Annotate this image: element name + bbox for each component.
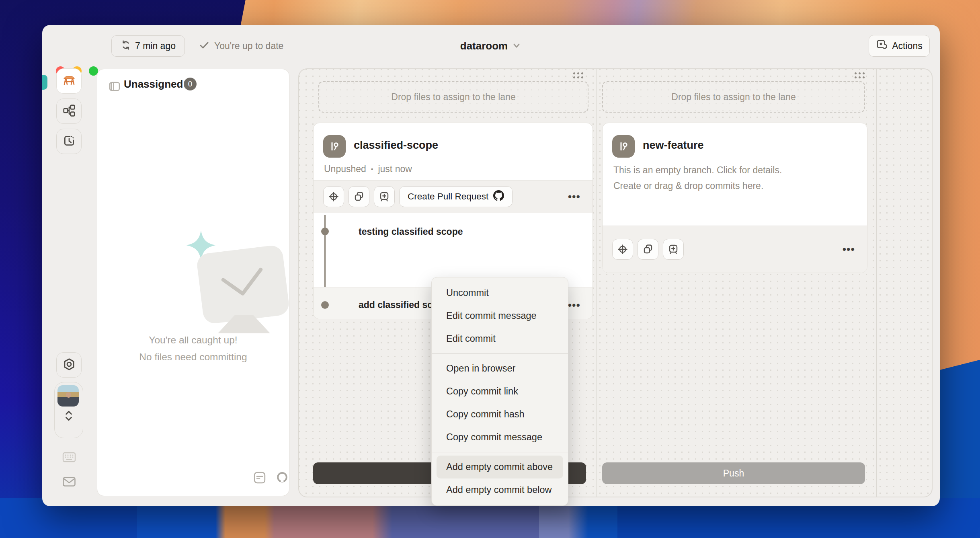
unassigned-count-badge: 0	[184, 78, 197, 90]
drop-hint-label: Drop files to assign to the lane	[391, 92, 515, 103]
empty-state-title: You're all caught up!	[97, 335, 289, 346]
menu-item-uncommit[interactable]: Uncommit	[432, 281, 568, 304]
keyboard-shortcuts-icon[interactable]	[62, 452, 76, 464]
copy-button[interactable]	[638, 239, 658, 260]
menu-item-copy-commit-link[interactable]: Copy commit link	[432, 380, 568, 403]
lane-separator	[596, 69, 597, 497]
unassigned-title: Unassigned	[124, 78, 183, 90]
settings-button[interactable]	[56, 352, 82, 378]
empty-branch-description: This is an empty branch. Click for detai…	[613, 162, 782, 194]
branch-toolbar: Create Pull Request •••	[314, 180, 593, 213]
unassigned-panel: Unassigned 0 You're all caught up! No fi…	[97, 69, 289, 496]
menu-divider	[432, 353, 568, 354]
empty-branch-line2: Create or drag & drop commits here.	[613, 178, 782, 194]
lanes-container: Drop files to assign to the lane classif…	[298, 68, 933, 497]
lane-drag-handle[interactable]	[573, 72, 584, 80]
commit-dot	[321, 301, 329, 309]
branch-name: new-feature	[643, 139, 704, 152]
desktop: 7 min ago You're up to date dataroom Act…	[0, 0, 980, 538]
lane-drag-handle[interactable]	[855, 72, 866, 80]
branch-name: classified-scope	[354, 139, 438, 152]
push-label: Push	[723, 468, 744, 479]
sync-icon	[121, 40, 131, 53]
commit-row[interactable]: testing classified scope	[314, 213, 593, 250]
update-notch	[42, 75, 47, 90]
mail-icon[interactable]	[62, 476, 76, 489]
branch-state: Unpushed	[324, 164, 366, 175]
fetch-time-label: 7 min ago	[135, 41, 176, 51]
actions-button[interactable]: Actions	[869, 35, 930, 57]
branch-badge-icon	[323, 135, 346, 158]
branch-toolbar: •••	[603, 226, 867, 273]
menu-item-copy-commit-hash[interactable]: Copy commit hash	[432, 403, 568, 426]
open-source-icon[interactable]	[276, 471, 289, 486]
branches-icon	[62, 104, 76, 119]
sidebar-item-branches[interactable]	[56, 99, 82, 124]
commit-dot	[321, 228, 329, 235]
new-commit-button[interactable]	[663, 239, 684, 260]
branch-menu-button[interactable]: •••	[568, 193, 580, 201]
target-commit-button[interactable]	[323, 186, 344, 207]
avatar	[57, 385, 79, 407]
github-icon	[493, 190, 504, 203]
actions-sparkle-icon	[876, 39, 887, 53]
menu-item-add-empty-commit-below[interactable]: Add empty commit below	[432, 478, 568, 501]
branch-time: just now	[378, 164, 412, 175]
menu-item-edit-commit[interactable]: Edit commit	[432, 327, 568, 350]
empty-branch-line1: This is an empty branch. Click for detai…	[613, 162, 782, 178]
project-switcher[interactable]: dataroom	[422, 35, 559, 57]
up-to-date-status: You're up to date	[199, 35, 283, 57]
branch-status-line: Unpushed • just now	[324, 164, 412, 175]
branch-card-new-feature[interactable]: new-feature This is an empty branch. Cli…	[602, 123, 867, 273]
menu-item-copy-commit-message[interactable]: Copy commit message	[432, 426, 568, 449]
commit-message: testing classified scope	[359, 226, 463, 237]
changelog-icon[interactable]	[253, 471, 266, 486]
empty-state-subtitle: No files need committing	[97, 351, 289, 363]
drop-files-zone[interactable]: Drop files to assign to the lane	[318, 81, 588, 113]
commit-menu-button[interactable]: •••	[568, 301, 580, 309]
target-commit-button[interactable]	[612, 239, 633, 260]
create-pr-label: Create Pull Request	[408, 191, 488, 202]
history-icon	[62, 134, 76, 149]
dot-separator: •	[371, 166, 373, 173]
drop-files-zone[interactable]: Drop files to assign to the lane	[602, 81, 865, 113]
chevron-down-icon	[512, 41, 521, 52]
profile-switcher[interactable]	[54, 382, 83, 438]
workbench-icon	[62, 73, 76, 89]
branch-badge-icon	[612, 135, 635, 158]
panel-split-icon	[109, 80, 121, 94]
actions-label: Actions	[892, 41, 922, 51]
commit-context-menu: Uncommit Edit commit message Edit commit…	[431, 277, 568, 506]
branch-menu-button[interactable]: •••	[843, 245, 855, 253]
project-title: dataroom	[460, 40, 508, 52]
monitor-illustration	[196, 244, 290, 325]
up-to-date-label: You're up to date	[214, 41, 283, 51]
push-button[interactable]: Push	[602, 462, 865, 484]
menu-item-edit-commit-message[interactable]: Edit commit message	[432, 304, 568, 327]
create-pull-request-button[interactable]: Create Pull Request	[399, 186, 513, 207]
fetch-status-button[interactable]: 7 min ago	[111, 35, 185, 57]
gear-icon	[62, 357, 76, 372]
copy-button[interactable]	[349, 186, 369, 207]
sidebar-item-workspace[interactable]	[56, 68, 82, 94]
menu-item-open-in-browser[interactable]: Open in browser	[432, 357, 568, 380]
menu-item-add-empty-commit-above[interactable]: Add empty commit above	[437, 456, 563, 478]
sidebar-item-history[interactable]	[56, 129, 82, 154]
drop-hint-label: Drop files to assign to the lane	[671, 92, 795, 103]
new-commit-button[interactable]	[374, 186, 395, 207]
menu-divider	[432, 452, 568, 452]
lane-separator	[876, 69, 877, 497]
chevron-updown-icon	[63, 409, 75, 424]
check-icon	[199, 40, 209, 53]
